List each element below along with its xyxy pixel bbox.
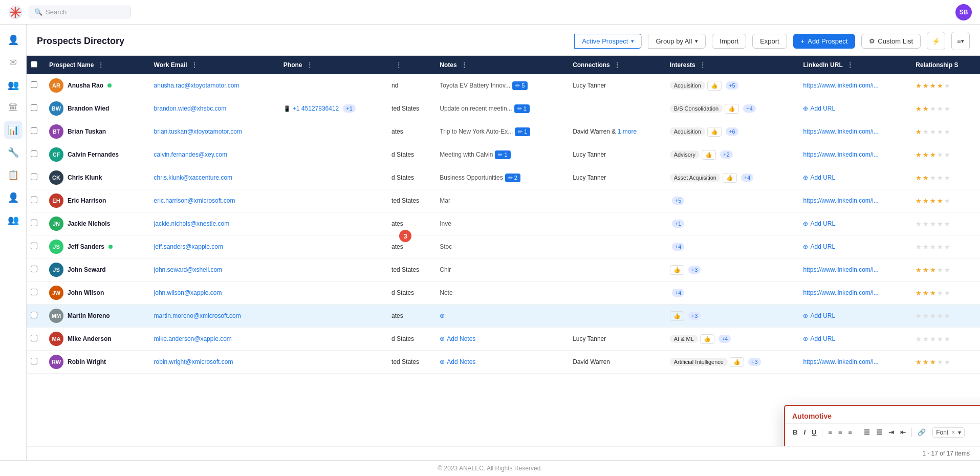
- stars-cell: ★ ★ ★ ★ ★: [911, 166, 980, 189]
- notes-badge[interactable]: ✏ 1: [515, 127, 530, 136]
- notes-cell: ⊕ Add Notes: [435, 328, 569, 351]
- settings-icon: ⚙: [869, 37, 875, 45]
- sidebar-icon-group[interactable]: 👥: [4, 211, 23, 229]
- like-button[interactable]: 👍: [707, 127, 722, 137]
- plus-icon: ⊕: [440, 335, 445, 342]
- note-content[interactable]: Deal for an Automotive: [785, 441, 980, 446]
- row-checkbox[interactable]: [27, 189, 45, 212]
- table-row: CK Chris Klunk chris.klunk@xaccenture.co…: [27, 166, 980, 189]
- row-checkbox[interactable]: [27, 305, 45, 328]
- active-prospect-button[interactable]: Active Prospect ▾: [574, 34, 642, 49]
- row-checkbox[interactable]: [27, 97, 45, 120]
- custom-list-button[interactable]: ⚙ Custom List: [861, 34, 921, 49]
- align-center-button[interactable]: ≡: [836, 427, 845, 438]
- list-ol-button[interactable]: ☰: [874, 427, 885, 438]
- stars-cell: ★ ★ ★ ★ ★: [911, 97, 980, 120]
- row-checkbox[interactable]: [27, 212, 45, 235]
- table-row: CF Calvin Fernandes calvin.fernandes@xey…: [27, 143, 980, 166]
- export-button[interactable]: Export: [752, 34, 787, 49]
- font-expand-icon[interactable]: ▾: [958, 429, 961, 436]
- bold-button[interactable]: B: [790, 427, 800, 438]
- sidebar-icon-analytics[interactable]: 📊: [4, 121, 23, 139]
- row-checkbox[interactable]: [27, 143, 45, 166]
- select-all-header[interactable]: [27, 56, 45, 74]
- connections-cell: Lucy Tanner: [569, 166, 666, 189]
- sidebar-icon-mail[interactable]: ✉: [4, 53, 23, 72]
- row-checkbox[interactable]: [27, 74, 45, 97]
- import-button[interactable]: Import: [712, 34, 746, 49]
- like-button[interactable]: 👍: [725, 104, 739, 114]
- row-checkbox[interactable]: [27, 235, 45, 258]
- font-selector[interactable]: Font × ▾: [932, 427, 965, 438]
- prospect-name-cell: JS John Seward: [45, 258, 150, 282]
- sidebar-icon-lists[interactable]: 📋: [4, 166, 23, 184]
- col-dots-icon[interactable]: ⋮: [191, 61, 198, 69]
- table-row: JW John Wilson john.wilson@xapple.com d …: [27, 282, 980, 305]
- row-checkbox[interactable]: [27, 282, 45, 305]
- row-checkbox[interactable]: [27, 166, 45, 189]
- location-cell: d States: [387, 328, 435, 351]
- indent-button[interactable]: ⇥: [886, 427, 897, 438]
- avatar: BW: [49, 101, 63, 116]
- select-all-checkbox[interactable]: [31, 61, 37, 68]
- link-button[interactable]: 🔗: [915, 427, 928, 438]
- sidebar-icon-profile[interactable]: 👤: [4, 31, 23, 49]
- like-button[interactable]: 👍: [723, 173, 737, 183]
- add-url-icon: ⊕: [803, 220, 808, 227]
- col-dots-icon[interactable]: ⋮: [98, 61, 104, 69]
- col-dots-icon[interactable]: ⋮: [847, 61, 853, 69]
- stars-cell: ★ ★ ★ ★ ★: [911, 120, 980, 143]
- col-notes: Notes ⋮: [435, 56, 569, 74]
- outdent-button[interactable]: ⇤: [898, 427, 908, 438]
- pagination-info: 1 - 17 of 17 items: [27, 446, 980, 460]
- user-avatar[interactable]: SB: [955, 4, 972, 20]
- col-dots-icon[interactable]: ⋮: [307, 61, 313, 69]
- font-clear-icon[interactable]: ×: [950, 429, 956, 436]
- column-settings-button[interactable]: ⚡: [927, 32, 945, 50]
- sidebar-icon-contacts[interactable]: 👥: [4, 76, 23, 94]
- row-checkbox[interactable]: [27, 351, 45, 374]
- row-checkbox[interactable]: [27, 258, 45, 282]
- linkedin-cell: ⊕ Add URL: [799, 97, 911, 120]
- stars-cell: ★ ★ ★ ★ ★: [911, 143, 980, 166]
- add-url-icon: ⊕: [803, 174, 808, 181]
- col-dots-icon[interactable]: ⋮: [396, 61, 402, 69]
- underline-button[interactable]: U: [809, 427, 819, 438]
- note-editor-title: Automotive: [785, 406, 980, 424]
- like-button[interactable]: 👍: [670, 311, 684, 321]
- row-checkbox[interactable]: [27, 120, 45, 143]
- view-options-button[interactable]: ≡ ▾: [951, 32, 970, 50]
- sidebar-icon-person[interactable]: 👤: [4, 188, 23, 207]
- col-dots-icon[interactable]: ⋮: [461, 61, 467, 69]
- col-dots-icon[interactable]: ⋮: [614, 61, 620, 69]
- notes-cell: Stoc: [435, 235, 569, 258]
- search-bar[interactable]: 🔍 Search: [29, 6, 131, 18]
- col-dots-icon[interactable]: ⋮: [700, 61, 706, 69]
- group-by-button[interactable]: Group by All ▾: [648, 34, 706, 49]
- rows-icon: ≡: [957, 37, 961, 45]
- sidebar-icon-institutions[interactable]: 🏛: [4, 98, 23, 117]
- like-button[interactable]: 👍: [730, 357, 744, 367]
- align-right-button[interactable]: ≡: [846, 427, 855, 438]
- sidebar-icon-tools[interactable]: 🔧: [4, 143, 23, 162]
- notes-badge[interactable]: ✏ 1: [514, 104, 530, 113]
- align-left-button[interactable]: ≡: [825, 427, 835, 438]
- plus-icon: ⊕: [440, 358, 445, 365]
- italic-button[interactable]: I: [801, 427, 808, 438]
- notes-badge[interactable]: ✏ 1: [495, 150, 510, 159]
- phone-cell: [279, 235, 387, 258]
- stars-cell: ★ ★ ★ ★ ★: [911, 189, 980, 212]
- like-button[interactable]: 👍: [707, 81, 722, 91]
- like-button[interactable]: 👍: [702, 150, 716, 160]
- notes-badge[interactable]: ✏ 2: [505, 174, 520, 182]
- page-header: Prospects Directory Active Prospect ▾ Gr…: [27, 25, 980, 56]
- stars-cell: ★ ★ ★ ★ ★: [911, 305, 980, 328]
- row-checkbox[interactable]: [27, 328, 45, 351]
- like-button[interactable]: 👍: [670, 265, 684, 275]
- notes-badge[interactable]: ✏ 5: [512, 81, 528, 90]
- like-button[interactable]: 👍: [700, 334, 714, 344]
- location-cell: nd: [387, 74, 435, 97]
- email-cell: jackie.nichols@xnestle.com: [150, 212, 279, 235]
- list-ul-button[interactable]: ☰: [861, 427, 873, 438]
- add-prospect-button[interactable]: + Add Prospect: [793, 34, 856, 49]
